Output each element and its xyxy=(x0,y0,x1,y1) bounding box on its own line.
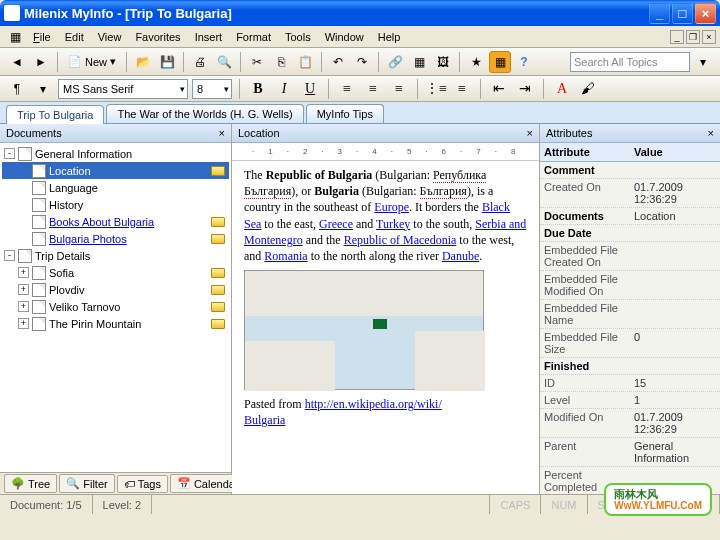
app-menu-icon[interactable]: ▦ xyxy=(4,26,26,48)
tree-node-veliko[interactable]: +Veliko Tarnovo xyxy=(2,298,229,315)
bullets-button[interactable]: ⋮≡ xyxy=(425,79,447,99)
attr-row[interactable]: Level1 xyxy=(540,392,720,409)
col-attribute[interactable]: Attribute xyxy=(540,143,630,161)
tree-node-pirin[interactable]: +The Pirin Mountain xyxy=(2,315,229,332)
attr-row[interactable]: Embedded File Modified On xyxy=(540,271,720,300)
doc-restore-button[interactable]: ❐ xyxy=(686,30,700,44)
attr-row[interactable]: Finished xyxy=(540,358,720,375)
tree-node-photos[interactable]: Bulgaria Photos xyxy=(2,230,229,247)
ruler[interactable]: ·1·2·3·4·5·6·7·8 xyxy=(232,143,539,161)
attr-key: Parent xyxy=(540,438,630,466)
undo-button[interactable]: ↶ xyxy=(327,51,349,73)
attr-row[interactable]: Embedded File Name xyxy=(540,300,720,329)
cut-button[interactable]: ✂ xyxy=(246,51,268,73)
underline-button[interactable]: U xyxy=(299,79,321,99)
tab-trip-to-bulgaria[interactable]: Trip To Bulgaria xyxy=(6,105,104,124)
search-go-button[interactable]: ▾ xyxy=(692,51,714,73)
indent-button[interactable]: ⇥ xyxy=(514,79,536,99)
doc-close-button[interactable]: × xyxy=(702,30,716,44)
menu-format[interactable]: Format xyxy=(229,29,278,45)
attr-row[interactable]: ID15 xyxy=(540,375,720,392)
align-center-button[interactable]: ≡ xyxy=(362,79,384,99)
tab-tree[interactable]: 🌳 Tree xyxy=(4,474,57,493)
preview-button[interactable]: 🔍 xyxy=(213,51,235,73)
redo-button[interactable]: ↷ xyxy=(351,51,373,73)
tab-myinfo-tips[interactable]: MyInfo Tips xyxy=(306,104,384,123)
attr-row[interactable]: Embedded File Size0 xyxy=(540,329,720,358)
tree-node-books[interactable]: Books About Bulgaria xyxy=(2,213,229,230)
maximize-button[interactable]: □ xyxy=(672,3,693,24)
tree-node-general[interactable]: -General Information xyxy=(2,145,229,162)
attributes-grid[interactable]: CommentCreated On01.7.2009 12:36:29Docum… xyxy=(540,162,720,494)
link-button[interactable]: 🔗 xyxy=(384,51,406,73)
open-button[interactable]: 📂 xyxy=(132,51,154,73)
tree-node-location[interactable]: Location xyxy=(2,162,229,179)
tree-node-history[interactable]: History xyxy=(2,196,229,213)
attributes-close-icon[interactable]: × xyxy=(708,127,714,139)
attr-row[interactable]: Modified On01.7.2009 12:36:29 xyxy=(540,409,720,438)
menu-file[interactable]: File xyxy=(26,29,58,45)
editor-close-icon[interactable]: × xyxy=(527,127,533,139)
help-button[interactable]: ? xyxy=(513,51,535,73)
attr-row[interactable]: Embedded File Created On xyxy=(540,242,720,271)
table-button[interactable]: ▦ xyxy=(408,51,430,73)
tree-node-language[interactable]: Language xyxy=(2,179,229,196)
save-button[interactable]: 💾 xyxy=(156,51,178,73)
documents-close-icon[interactable]: × xyxy=(219,127,225,139)
menu-tools[interactable]: Tools xyxy=(278,29,318,45)
tab-tags[interactable]: 🏷 Tags xyxy=(117,475,168,493)
forward-button[interactable]: ► xyxy=(30,51,52,73)
status-level: Level: 2 xyxy=(93,495,153,514)
close-button[interactable]: × xyxy=(695,3,716,24)
folder-icon xyxy=(211,217,225,227)
back-button[interactable]: ◄ xyxy=(6,51,28,73)
minimize-button[interactable]: _ xyxy=(649,3,670,24)
menu-edit[interactable]: Edit xyxy=(58,29,91,45)
outdent-button[interactable]: ⇤ xyxy=(488,79,510,99)
image-button[interactable]: 🖼 xyxy=(432,51,454,73)
link-europe[interactable]: Europe xyxy=(374,200,409,214)
link-greece[interactable]: Greece xyxy=(319,217,353,231)
new-button[interactable]: 📄 New ▾ xyxy=(63,52,121,71)
attr-row[interactable]: Created On01.7.2009 12:36:29 xyxy=(540,179,720,208)
link-macedonia[interactable]: Republic of Macedonia xyxy=(344,233,457,247)
tree-node-trip-details[interactable]: -Trip Details xyxy=(2,247,229,264)
numbering-button[interactable]: ≡ xyxy=(451,79,473,99)
tree-node-sofia[interactable]: +Sofia xyxy=(2,264,229,281)
copy-button[interactable]: ⎘ xyxy=(270,51,292,73)
doc-minimize-button[interactable]: _ xyxy=(670,30,684,44)
menu-window[interactable]: Window xyxy=(318,29,371,45)
align-right-button[interactable]: ≡ xyxy=(388,79,410,99)
attr-row[interactable]: ParentGeneral Information xyxy=(540,438,720,467)
align-left-button[interactable]: ≡ xyxy=(336,79,358,99)
attr-row[interactable]: Due Date xyxy=(540,225,720,242)
menu-insert[interactable]: Insert xyxy=(188,29,230,45)
menu-favorites[interactable]: Favorites xyxy=(128,29,187,45)
document-body[interactable]: The Republic of Bulgaria (Bulgarian: Реп… xyxy=(232,161,539,494)
tab-filter[interactable]: 🔍 Filter xyxy=(59,474,114,493)
italic-button[interactable]: I xyxy=(273,79,295,99)
fontcolor-button[interactable]: A xyxy=(551,79,573,99)
font-combo[interactable]: MS Sans Serif xyxy=(58,79,188,99)
col-value[interactable]: Value xyxy=(630,143,667,161)
tab-war-of-the-worlds[interactable]: The War of the Worlds (H. G. Wells) xyxy=(106,104,303,123)
fontsize-combo[interactable]: 8 xyxy=(192,79,232,99)
style-button[interactable]: ¶ xyxy=(6,78,28,100)
link-romania[interactable]: Romania xyxy=(264,249,307,263)
link-turkey[interactable]: Turkey xyxy=(376,217,410,231)
document-tree[interactable]: -General Information Location Language H… xyxy=(0,143,231,472)
attr-row[interactable]: Comment xyxy=(540,162,720,179)
menu-help[interactable]: Help xyxy=(371,29,408,45)
paste-button[interactable]: 📋 xyxy=(294,51,316,73)
highlight-button[interactable]: ▦ xyxy=(489,51,511,73)
favorite-button[interactable]: ★ xyxy=(465,51,487,73)
menu-view[interactable]: View xyxy=(91,29,129,45)
search-input[interactable]: Search All Topics xyxy=(570,52,690,72)
style-dropdown[interactable]: ▾ xyxy=(32,78,54,100)
print-button[interactable]: 🖨 xyxy=(189,51,211,73)
highlightcolor-button[interactable]: 🖌 xyxy=(577,79,599,99)
bold-button[interactable]: B xyxy=(247,79,269,99)
tree-node-plovdiv[interactable]: +Plovdiv xyxy=(2,281,229,298)
link-danube[interactable]: Danube xyxy=(442,249,479,263)
attr-row[interactable]: DocumentsLocation xyxy=(540,208,720,225)
